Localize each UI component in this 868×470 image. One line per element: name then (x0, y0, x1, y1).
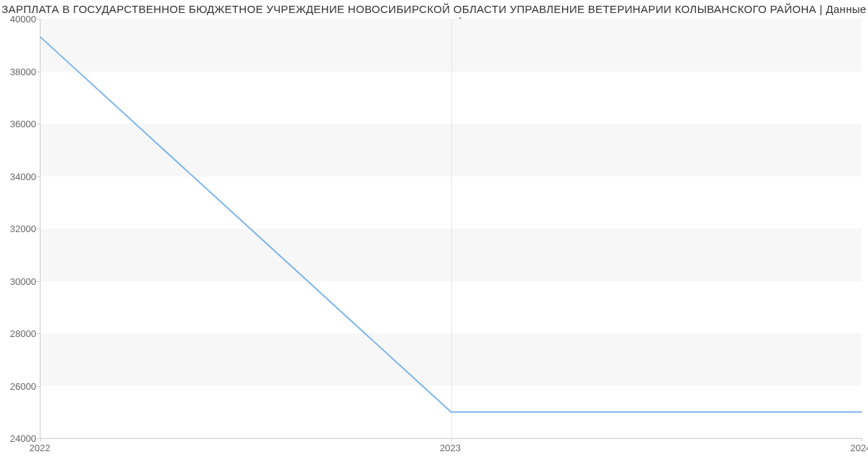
y-tick-label: 38000 (7, 66, 36, 77)
y-tickmark (37, 228, 41, 229)
series-line (41, 37, 861, 411)
y-tickmark (37, 176, 41, 177)
plot-area (40, 19, 861, 439)
chart-container: ЗАРПЛАТА В ГОСУДАРСТВЕННОЕ БЮДЖЕТНОЕ УЧР… (0, 0, 868, 470)
y-tickmark (37, 281, 41, 282)
y-tick-label: 36000 (7, 119, 36, 129)
y-tickmark (37, 333, 41, 334)
y-tick-label: 26000 (7, 380, 36, 391)
x-tick-label: 2023 (440, 443, 461, 453)
y-tickmark (37, 19, 41, 20)
y-tick-label: 40000 (7, 14, 36, 25)
y-tick-label: 34000 (7, 171, 36, 181)
x-tickmark (861, 438, 862, 442)
y-tick-label: 32000 (7, 223, 36, 234)
x-tickmark (451, 438, 452, 442)
x-tick-label: 2022 (30, 443, 51, 453)
y-tick-label: 28000 (7, 328, 36, 339)
y-tickmark (37, 124, 41, 124)
x-tickmark (41, 438, 41, 442)
line-layer (41, 19, 861, 438)
x-tick-label: 2024 (851, 443, 868, 453)
y-tickmark (37, 72, 41, 72)
y-tick-label: 30000 (7, 275, 36, 286)
y-tickmark (37, 386, 41, 387)
